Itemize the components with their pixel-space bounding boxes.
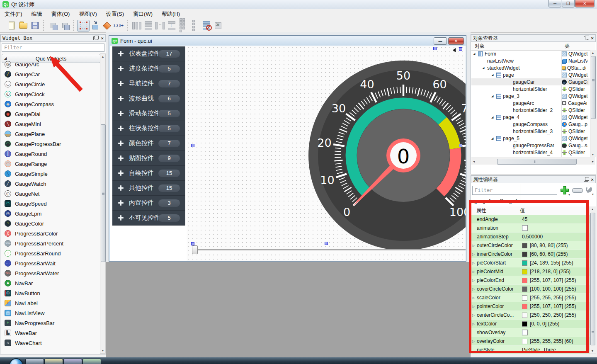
tree-row-page[interactable]: ◢pageQWidget bbox=[471, 71, 590, 78]
scrollbar-thumb[interactable] bbox=[590, 213, 595, 345]
widget-item-gaugeprogressbar[interactable]: ◠GaugeProgressBar bbox=[1, 139, 100, 149]
gauge-arc-widget[interactable]: 01020304050607080901000 bbox=[306, 58, 466, 253]
minimize-button[interactable]: ─ bbox=[548, 0, 561, 7]
widget-item-navlistview[interactable]: ▤NavListView bbox=[1, 308, 100, 318]
edit-buddies-button[interactable] bbox=[101, 20, 113, 31]
property-editor-scrollbar[interactable]: ▲ ▼ bbox=[590, 206, 596, 354]
nav-item-贴图控件[interactable]: 贴图控件9 bbox=[112, 151, 185, 166]
float-panel-icon[interactable] bbox=[584, 36, 588, 40]
nav-item-其他控件[interactable]: 其他控件15 bbox=[112, 181, 185, 196]
widget-item-gaugecompass[interactable]: ◈GaugeCompass bbox=[1, 99, 100, 109]
nav-item-进度条控件[interactable]: 进度条控件5 bbox=[112, 61, 185, 76]
slider-handle[interactable] bbox=[192, 245, 198, 254]
scroll-down-icon[interactable]: ▼ bbox=[590, 152, 595, 157]
property-filter-input[interactable]: Filter bbox=[472, 186, 557, 195]
layout-horizontal-splitter-button[interactable]: ↔ bbox=[154, 20, 166, 31]
new-form-button[interactable] bbox=[6, 20, 17, 31]
expander-icon[interactable]: ◢ bbox=[482, 66, 487, 70]
tree-row-Form[interactable]: ◢FormQWidget bbox=[471, 50, 590, 57]
widget-item-navbutton[interactable]: ⊕NavButton bbox=[1, 288, 100, 298]
layout-vertical-button[interactable] bbox=[143, 20, 154, 31]
close-panel-icon[interactable]: × bbox=[101, 36, 104, 41]
expander-icon[interactable]: ◢ bbox=[491, 137, 496, 140]
form-titlebar[interactable]: Qt Form - quc.ui ▬ ✕ bbox=[109, 36, 466, 46]
edit-widgets-button[interactable] bbox=[77, 20, 90, 32]
float-panel-icon[interactable] bbox=[584, 178, 588, 182]
scroll-left-icon[interactable]: ◄ bbox=[471, 159, 476, 164]
widget-item-gaugelpm[interactable]: ◎GaugeLpm bbox=[1, 209, 100, 218]
adjust-size-button[interactable] bbox=[212, 20, 224, 31]
scrollbar-thumb[interactable] bbox=[591, 56, 596, 119]
expander-icon[interactable]: ◢ bbox=[491, 73, 496, 77]
layout-horizontal-button[interactable] bbox=[131, 20, 143, 31]
tree-row-gaugeCompass[interactable]: gaugeCompassGaug...pass bbox=[471, 121, 590, 128]
slider-groove[interactable] bbox=[195, 249, 466, 250]
edit-tab-order-button[interactable]: 1 2 3➜ bbox=[113, 20, 124, 31]
expander-icon[interactable]: ◢ bbox=[491, 116, 496, 119]
widget-item-progressbarcolor[interactable]: ╳ProgressBarColor bbox=[1, 228, 100, 238]
save-form-button[interactable] bbox=[29, 20, 41, 31]
widget-item-gaugesimple[interactable]: ╲GaugeSimple bbox=[1, 169, 100, 179]
widget-item-navprogressbar[interactable]: +NavProgressBar bbox=[1, 318, 100, 328]
menu-item-[interactable]: 编辑 bbox=[27, 9, 47, 19]
selection-handle-bottom-left[interactable] bbox=[191, 242, 194, 245]
widget-item-progressbarwater[interactable]: 74%ProgressBarWater bbox=[1, 268, 100, 278]
tree-row-page_5[interactable]: ◢page_5QWidget bbox=[471, 135, 590, 142]
nav-item-内置控件[interactable]: 内置控件3 bbox=[112, 196, 185, 211]
float-panel-icon[interactable] bbox=[93, 36, 97, 40]
widget-item-progressbarpercent[interactable]: 50%ProgressBarPercent bbox=[1, 238, 100, 248]
selection-handle-bottom-center[interactable] bbox=[325, 242, 328, 245]
form-close-button[interactable]: ✕ bbox=[448, 37, 464, 45]
taskbar-button-4[interactable] bbox=[83, 359, 101, 364]
configure-button[interactable]: ▼ bbox=[585, 186, 594, 195]
design-canvas[interactable]: 01020304050607080901000 bbox=[187, 46, 466, 261]
open-form-button[interactable] bbox=[17, 20, 29, 31]
expander-icon[interactable]: ◢ bbox=[473, 52, 478, 56]
widget-item-gaugemini[interactable]: ╲GaugeMini bbox=[1, 119, 100, 129]
nav-item-柱状条控件[interactable]: 柱状条控件5 bbox=[112, 121, 185, 136]
widget-box-scrollbar[interactable]: ▲ ▼ bbox=[100, 53, 106, 354]
menu-item-h[interactable]: 帮助(H) bbox=[157, 9, 184, 19]
tree-row-navListView[interactable]: navListViewNavListView bbox=[471, 57, 590, 64]
close-button[interactable]: ✕ bbox=[575, 0, 595, 7]
scrollbar-thumb[interactable] bbox=[497, 159, 577, 165]
tree-row-gaugeProgressBar[interactable]: gaugeProgressBarGaug...ssBar bbox=[471, 142, 590, 149]
scroll-down-icon[interactable]: ▼ bbox=[100, 348, 105, 353]
tree-row-page_6[interactable]: ◢page_6QWidget bbox=[471, 156, 590, 157]
menu-item-s[interactable]: 设置(S) bbox=[102, 9, 129, 19]
break-layout-button[interactable] bbox=[201, 20, 212, 31]
scroll-up-icon[interactable]: ▲ bbox=[100, 54, 105, 59]
selection-handle-top-center[interactable] bbox=[433, 47, 437, 50]
nav-item-导航控件[interactable]: 导航控件7 bbox=[112, 76, 185, 91]
selection-handle-top-right[interactable] bbox=[459, 47, 462, 51]
widget-item-navbar[interactable]: ●NavBar bbox=[1, 278, 100, 288]
scroll-up-icon[interactable]: ▲ bbox=[590, 206, 595, 212]
widget-item-gaugedial[interactable]: ◉GaugeDial bbox=[1, 109, 100, 119]
widget-item-gaugewatch[interactable]: ╱GaugeWatch bbox=[1, 179, 100, 189]
tree-row-horizontalSlider_4[interactable]: horizontalSlider_4QSlider bbox=[471, 149, 590, 156]
menu-item-f[interactable]: 文件(F) bbox=[0, 9, 27, 19]
widget-item-navlabel[interactable]: +NavLabel bbox=[1, 298, 100, 308]
nav-item-波形曲线[interactable]: 波形曲线6 bbox=[112, 91, 185, 106]
widget-item-gaugecolor[interactable]: ◝GaugeColor bbox=[1, 218, 100, 228]
widget-item-progressbarround[interactable]: ◌ProgressBarRound bbox=[1, 248, 100, 258]
object-inspector-vscrollbar[interactable]: ▲ ▼ bbox=[590, 50, 596, 157]
nav-item-不可见控件[interactable]: 不可见控件5 bbox=[112, 211, 185, 226]
widget-item-gaugerange[interactable]: ◠GaugeRange bbox=[1, 159, 100, 169]
scroll-down-icon[interactable]: ▼ bbox=[590, 348, 595, 354]
tree-row-page_4[interactable]: ◢page_4QWidget bbox=[471, 114, 590, 121]
widget-item-gaugespeed[interactable]: ◠GaugeSpeed bbox=[1, 199, 100, 209]
nav-item-滑动条控件[interactable]: 滑动条控件5 bbox=[112, 106, 185, 121]
object-inspector-hscrollbar[interactable]: ◄ ► bbox=[471, 158, 595, 165]
nav-item-颜色控件[interactable]: 颜色控件7 bbox=[112, 136, 185, 151]
start-orb-icon[interactable] bbox=[9, 358, 23, 364]
widget-item-gaugeplane[interactable]: GaugePlane bbox=[1, 129, 100, 139]
taskbar-button-2[interactable] bbox=[44, 359, 63, 364]
tree-row-page_3[interactable]: ◢page_3QWidget bbox=[471, 92, 590, 99]
widget-item-progressbarwait[interactable]: ⋯ProgressBarWait bbox=[1, 258, 100, 268]
widget-item-gaugeround[interactable]: ┃GaugeRound bbox=[1, 149, 100, 159]
restore-button[interactable]: ❐ bbox=[562, 0, 575, 7]
widget-item-wavechart[interactable]: ≈WaveChart bbox=[1, 338, 100, 348]
widget-item-wavebar[interactable]: ▙WaveBar bbox=[1, 328, 100, 338]
edit-signals-slots-button[interactable] bbox=[90, 20, 101, 31]
